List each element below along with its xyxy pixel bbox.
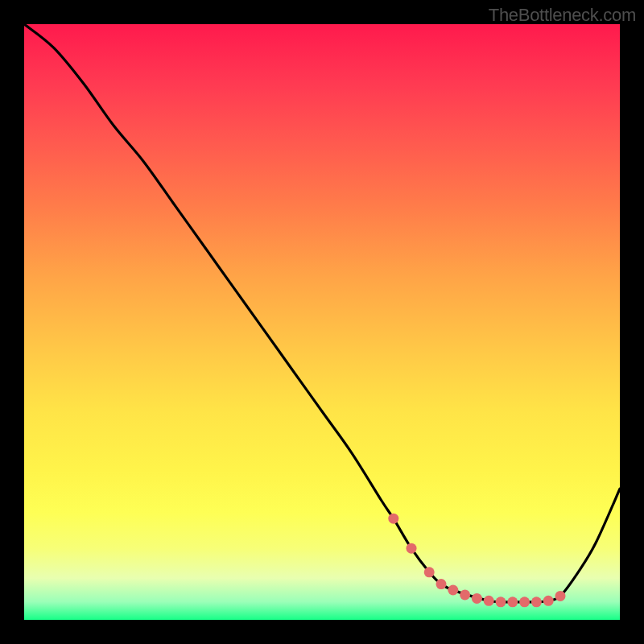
dot	[388, 514, 398, 524]
chart-svg	[24, 24, 620, 620]
dots-group	[388, 514, 565, 608]
dot	[519, 597, 530, 607]
dot	[531, 597, 542, 607]
dot	[555, 591, 566, 601]
watermark-text: TheBottleneck.com	[489, 5, 636, 26]
dot	[407, 543, 417, 554]
dot	[460, 589, 470, 600]
bottleneck-curve	[24, 24, 620, 602]
dot	[472, 593, 482, 604]
dot	[507, 597, 518, 607]
dot	[436, 579, 447, 589]
chart-frame: TheBottleneck.com	[0, 0, 644, 644]
dot	[448, 585, 458, 596]
dot	[424, 567, 435, 577]
dot	[496, 597, 506, 607]
dot	[543, 596, 554, 606]
chart-plot-area	[24, 24, 620, 620]
dot	[484, 596, 494, 606]
